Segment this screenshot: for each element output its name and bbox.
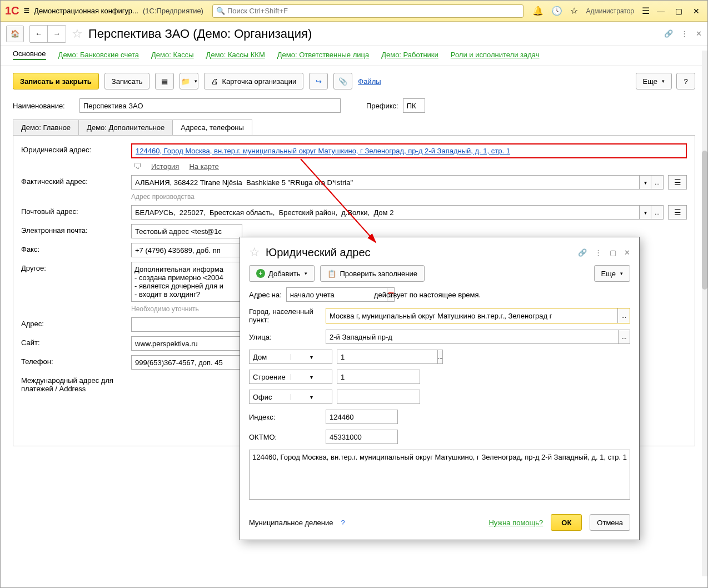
attachment-button[interactable]: 📎 <box>333 73 352 89</box>
email-input[interactable] <box>131 224 242 238</box>
bell-icon[interactable]: 🔔 <box>532 6 544 16</box>
kebab-icon[interactable]: ⋮ <box>681 29 688 38</box>
prefix-input[interactable] <box>403 98 425 113</box>
actual-addr-hint: Адрес производства <box>131 193 687 201</box>
current-user[interactable]: Администратор <box>586 7 634 15</box>
popup-title: Юридический адрес <box>266 246 371 259</box>
site-input[interactable] <box>131 336 242 351</box>
forward-button[interactable]: → <box>48 26 66 42</box>
fax-label: Факс: <box>21 243 127 253</box>
check-fill-button[interactable]: 📋Проверить заполнение <box>320 265 424 282</box>
nav-main[interactable]: Основное <box>13 49 46 60</box>
post-addr-input[interactable] <box>131 205 639 220</box>
name-input[interactable] <box>79 98 341 113</box>
add-button[interactable]: +Добавить <box>249 265 315 282</box>
prop2-input[interactable] <box>337 370 420 384</box>
back-button[interactable]: ← <box>30 26 48 42</box>
street-input[interactable] <box>326 330 618 344</box>
nav-cash[interactable]: Демо: Кассы <box>151 51 194 59</box>
city-dots[interactable]: ... <box>617 308 630 323</box>
nav-responsible[interactable]: Демо: Ответственные лица <box>277 51 369 59</box>
cancel-button[interactable]: Отмена <box>590 514 630 531</box>
prop3-input[interactable] <box>337 390 420 404</box>
index-input[interactable] <box>326 410 398 424</box>
more-button[interactable]: Еще <box>636 73 672 89</box>
legal-addr-link[interactable]: 124460, Город Москва, вн.тер.г. муниципа… <box>136 147 510 155</box>
nav-workers[interactable]: Демо: Работники <box>381 51 438 59</box>
city-label: Город, населенный пункт: <box>249 307 321 324</box>
link-icon[interactable]: 🔗 <box>664 29 673 38</box>
prop1-type[interactable]: Дом <box>250 353 291 361</box>
nav-roles[interactable]: Роли и исполнители задач <box>451 51 540 59</box>
post-addr-copy[interactable]: ☰ <box>668 205 687 220</box>
popup-more-button[interactable]: Еще <box>594 265 630 282</box>
files-link[interactable]: Файлы <box>358 77 381 86</box>
history-link[interactable]: История <box>151 162 179 171</box>
home-button[interactable]: 🏠 <box>6 26 24 42</box>
tab-main[interactable]: Демо: Главное <box>13 120 79 135</box>
other-textarea[interactable]: Дополнительная информа - создана примерн… <box>131 262 242 302</box>
close-window-button[interactable]: ✕ <box>690 7 703 16</box>
division-help-icon[interactable]: ? <box>341 519 345 527</box>
need-help-link[interactable]: Нужна помощь? <box>488 519 543 527</box>
product-name: (1С:Предприятие) <box>143 7 203 15</box>
email-label: Электронная почта: <box>21 224 127 235</box>
actual-addr-dots[interactable]: ... <box>651 175 664 190</box>
save-button[interactable]: Записать <box>104 73 150 89</box>
popup-close[interactable]: ✕ <box>624 248 630 257</box>
division-label: Муниципальное деление <box>249 519 333 527</box>
menu-icon[interactable]: ≡ <box>24 5 30 17</box>
history-icon[interactable]: 🕓 <box>551 6 562 16</box>
close-tab-button[interactable]: ✕ <box>696 29 702 38</box>
help-button[interactable]: ? <box>676 73 695 89</box>
city-input[interactable] <box>326 308 617 323</box>
name-label: Наименование: <box>13 102 75 110</box>
post-addr-dots[interactable]: ... <box>651 205 664 220</box>
nav-bank-accounts[interactable]: Демо: Банковские счета <box>58 51 139 59</box>
popup-link-icon[interactable]: 🔗 <box>578 248 587 257</box>
org-card-button[interactable]: 🖨Карточка организации <box>204 73 303 89</box>
list-button[interactable]: ▤ <box>155 73 174 89</box>
popup-maximize[interactable]: ▢ <box>610 248 616 257</box>
prop2-type[interactable]: Строение <box>250 373 291 381</box>
fax-input[interactable] <box>131 243 242 257</box>
full-addr-area[interactable]: 124460, Город Москва, вн.тер.г. муниципа… <box>249 450 630 500</box>
actual-addr-input[interactable] <box>131 175 639 190</box>
date-input[interactable] <box>286 287 387 302</box>
actual-addr-copy[interactable]: ☰ <box>668 175 687 190</box>
tab-addresses[interactable]: Адреса, телефоны <box>173 120 252 135</box>
nav-cash-kkm[interactable]: Демо: Кассы ККМ <box>206 51 265 59</box>
folder-button[interactable]: 📁 <box>180 73 198 89</box>
oktmo-label: ОКТМО: <box>249 433 321 441</box>
actual-addr-label: Фактический адрес: <box>21 175 127 186</box>
config-name: Демонстрационная конфигур... <box>34 7 138 15</box>
popup-star[interactable]: ☆ <box>249 245 260 260</box>
legal-addr-label: Юридический адрес: <box>21 143 127 154</box>
map-link[interactable]: На карте <box>189 162 218 171</box>
star-icon[interactable]: ☆ <box>570 6 578 16</box>
oktmo-input[interactable] <box>326 430 398 444</box>
refresh-button[interactable]: ↪ <box>309 73 328 89</box>
settings-icon[interactable]: ☰ <box>642 6 650 16</box>
prop3-type[interactable]: Офис <box>250 393 291 401</box>
phone-input[interactable] <box>131 355 242 370</box>
street-label: Улица: <box>249 333 321 341</box>
actual-addr-dd[interactable]: ▾ <box>639 175 651 190</box>
addr-input[interactable] <box>131 317 242 332</box>
prop1-dots[interactable]: ... <box>437 350 443 364</box>
maximize-button[interactable]: ▢ <box>672 7 685 16</box>
post-addr-label: Почтовый адрес: <box>21 205 127 216</box>
popup-kebab-icon[interactable]: ⋮ <box>595 248 602 257</box>
save-close-button[interactable]: Записать и закрыть <box>13 73 99 89</box>
prop1-input[interactable] <box>337 350 437 364</box>
comment-icon[interactable]: 🗨 <box>133 162 141 171</box>
ok-button[interactable]: ОК <box>551 514 582 531</box>
post-addr-dd[interactable]: ▾ <box>639 205 651 220</box>
scrollbar-thumb[interactable] <box>702 151 707 290</box>
date-label: Адрес на: <box>249 291 282 299</box>
street-dots[interactable]: ... <box>618 330 630 344</box>
minimize-button[interactable]: — <box>654 7 667 16</box>
search-input[interactable] <box>227 7 520 15</box>
favorite-star[interactable]: ☆ <box>72 27 83 41</box>
tab-additional[interactable]: Демо: Дополнительное <box>79 120 173 135</box>
